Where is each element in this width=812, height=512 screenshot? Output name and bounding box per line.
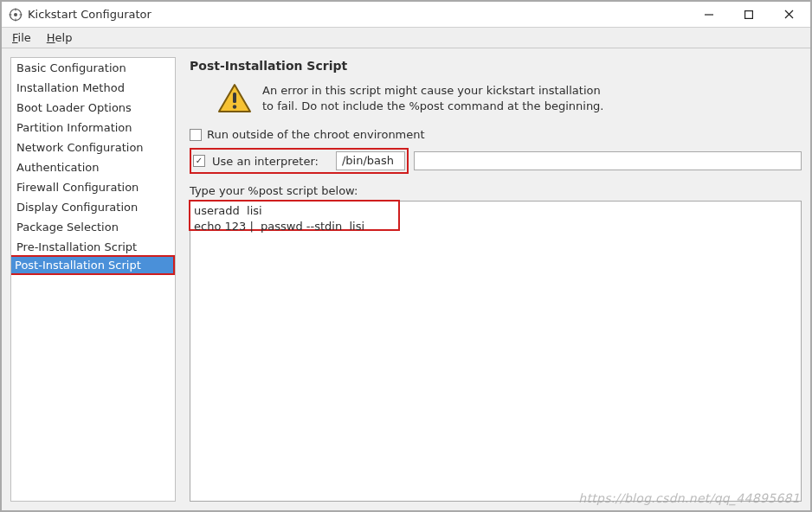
interpreter-field[interactable]: /bin/bash bbox=[336, 151, 405, 170]
interpreter-row: Use an interpreter: /bin/bash bbox=[190, 148, 802, 174]
sidebar-item-authentication[interactable]: Authentication bbox=[11, 157, 175, 177]
svg-point-12 bbox=[233, 105, 236, 108]
sidebar-item-network-config[interactable]: Network Configuration bbox=[11, 138, 175, 157]
sidebar-item-boot-loader[interactable]: Boot Loader Options bbox=[11, 98, 175, 118]
menu-file[interactable]: File bbox=[7, 29, 36, 46]
sidebar-item-firewall-config[interactable]: Firewall Configuration bbox=[11, 177, 175, 197]
svg-rect-7 bbox=[745, 10, 753, 18]
titlebar: Kickstart Configurator bbox=[2, 2, 810, 28]
maximize-button[interactable] bbox=[729, 3, 769, 27]
window-title: Kickstart Configurator bbox=[28, 8, 689, 21]
svg-rect-11 bbox=[233, 93, 236, 103]
sidebar-item-installation-method[interactable]: Installation Method bbox=[11, 78, 175, 98]
menu-help[interactable]: Help bbox=[42, 29, 78, 46]
interpreter-checkbox[interactable] bbox=[193, 155, 205, 167]
warning-row: An error in this script might cause your… bbox=[217, 83, 802, 114]
chroot-row: Run outside of the chroot environment bbox=[190, 128, 802, 141]
interpreter-label: Use an interpreter: bbox=[212, 155, 319, 168]
main-panel: Post-Installation Script An error in thi… bbox=[176, 57, 802, 502]
interpreter-field-extension[interactable] bbox=[414, 151, 802, 170]
post-script-content: useradd lisi echo 123 | passwd --stdin l… bbox=[194, 203, 797, 234]
svg-point-1 bbox=[14, 13, 17, 16]
sidebar-item-display-config[interactable]: Display Configuration bbox=[11, 197, 175, 217]
page-title: Post-Installation Script bbox=[190, 57, 802, 73]
minimize-button[interactable] bbox=[689, 3, 729, 27]
sidebar-item-pre-install-script[interactable]: Pre-Installation Script bbox=[11, 237, 175, 257]
warning-text: An error in this script might cause your… bbox=[262, 83, 604, 113]
sidebar-item-partition-info[interactable]: Partition Information bbox=[11, 118, 175, 138]
sidebar-item-basic-config[interactable]: Basic Configuration bbox=[11, 58, 175, 78]
sidebar: Basic Configuration Installation Method … bbox=[10, 57, 176, 502]
app-icon bbox=[9, 8, 23, 22]
post-script-textarea[interactable]: useradd lisi echo 123 | passwd --stdin l… bbox=[190, 201, 802, 502]
chroot-checkbox[interactable] bbox=[190, 129, 202, 141]
workspace: Basic Configuration Installation Method … bbox=[2, 48, 810, 510]
sidebar-item-post-install-script[interactable]: Post-Installation Script bbox=[10, 255, 175, 275]
script-textarea-label: Type your %post script below: bbox=[190, 184, 802, 197]
warning-icon bbox=[217, 83, 252, 114]
sidebar-item-package-selection[interactable]: Package Selection bbox=[11, 217, 175, 237]
close-button[interactable] bbox=[769, 3, 809, 27]
chroot-label: Run outside of the chroot environment bbox=[207, 128, 425, 141]
menubar: File Help bbox=[2, 28, 810, 48]
